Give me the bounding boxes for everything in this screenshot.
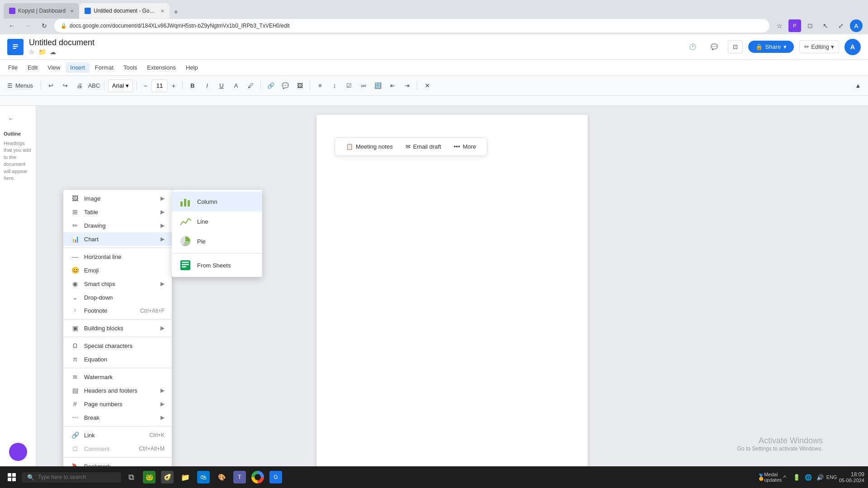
browser-tab-gdoc[interactable]: Untitled document - Google D... ✕: [79, 3, 170, 19]
comment-button[interactable]: 💬: [706, 41, 722, 53]
user-profile-button[interactable]: A: [844, 39, 861, 55]
menu-extensions[interactable]: Extensions: [142, 62, 180, 73]
menu-item-image[interactable]: 🖼 Image ▶: [63, 192, 172, 205]
menu-format[interactable]: Format: [90, 62, 118, 73]
purple-dot-button[interactable]: [9, 443, 27, 461]
forward-button[interactable]: →: [22, 19, 34, 32]
taskbar-frog-app[interactable]: 🐸: [141, 469, 157, 485]
redo-button[interactable]: ↪: [59, 80, 71, 92]
folder-icon[interactable]: 📁: [38, 48, 46, 56]
share-button[interactable]: 🔒 Share ▾: [748, 41, 794, 53]
taskbar-store[interactable]: 🛍: [195, 469, 212, 485]
chart-from-sheets[interactable]: From Sheets: [172, 255, 262, 275]
back-button[interactable]: ←: [5, 19, 18, 32]
template-meeting-notes[interactable]: 📋 Meeting notes: [340, 141, 398, 153]
link-button[interactable]: 🔗: [264, 80, 277, 92]
reload-button[interactable]: ↻: [38, 19, 51, 32]
menu-insert[interactable]: Insert: [66, 62, 90, 73]
print-button[interactable]: 🖨: [73, 80, 86, 92]
menu-edit[interactable]: Edit: [23, 62, 42, 73]
cloud-icon[interactable]: ☁: [50, 48, 56, 56]
taskbar-gdoc[interactable]: G: [268, 469, 284, 485]
menu-item-headers-footers[interactable]: ▤ Headers and footers ▶: [63, 384, 172, 397]
taskbar-figma[interactable]: 🎨: [213, 469, 230, 485]
font-size-field[interactable]: 11: [151, 80, 168, 92]
template-more[interactable]: ••• More: [448, 141, 481, 153]
chart-type-column[interactable]: Column: [172, 192, 262, 211]
menu-item-footnote[interactable]: ¹ Footnote Ctrl+Alt+F: [63, 304, 172, 317]
gdoc-tab-close[interactable]: ✕: [160, 9, 164, 14]
taskbar-search[interactable]: 🔍: [22, 472, 121, 483]
chart-type-pie[interactable]: Pie: [172, 231, 262, 251]
extension2-button[interactable]: ⊡: [804, 19, 816, 32]
sidebar-back-button[interactable]: ←: [4, 111, 18, 126]
font-size-decrease[interactable]: −: [141, 80, 151, 92]
menu-tools[interactable]: Tools: [119, 62, 142, 73]
menu-item-emoji[interactable]: 😊 Emoji: [63, 263, 172, 277]
decrease-indent-button[interactable]: ⇤: [386, 80, 399, 92]
comment-toolbar-button[interactable]: 💬: [279, 80, 292, 92]
underline-button[interactable]: U: [215, 80, 228, 92]
numbered-list-button[interactable]: 🔢: [372, 80, 384, 92]
bullet-list-button[interactable]: ≔: [357, 80, 370, 92]
chevron-up-icon[interactable]: ^: [780, 473, 789, 482]
clear-formatting-button[interactable]: ✕: [421, 80, 434, 92]
collapse-toolbar-button[interactable]: ▲: [852, 80, 864, 92]
menu-item-drawing[interactable]: ✏ Drawing ▶: [63, 219, 172, 232]
menu-item-bookmark[interactable]: 🔖 Bookmark: [63, 460, 172, 466]
bold-button[interactable]: B: [186, 80, 199, 92]
text-color-button[interactable]: A: [230, 80, 242, 92]
highlight-button[interactable]: 🖊: [244, 80, 257, 92]
browser-tab-kopyst[interactable]: Kopyst | Dashboard ✕: [4, 3, 79, 19]
checklist-button[interactable]: ☑: [343, 80, 355, 92]
taskbar-avocado-app[interactable]: 🥑: [159, 469, 175, 485]
taskbar-explorer[interactable]: 📁: [177, 469, 193, 485]
menu-item-table[interactable]: ⊞ Table ▶: [63, 205, 172, 219]
start-button[interactable]: [4, 469, 20, 485]
menu-item-link[interactable]: 🔗 Link Ctrl+K: [63, 428, 172, 442]
image-button[interactable]: 🖼: [293, 80, 306, 92]
italic-button[interactable]: I: [201, 80, 213, 92]
taskbar-chrome[interactable]: [250, 469, 266, 485]
present-button[interactable]: ⊡: [728, 40, 743, 53]
taskbar-teams[interactable]: T: [231, 469, 248, 485]
kopyst-tab-close[interactable]: ✕: [70, 9, 74, 14]
font-selector[interactable]: Arial ▾: [108, 80, 133, 92]
extension3-button[interactable]: ↖: [819, 19, 832, 32]
browser-profile[interactable]: A: [850, 19, 863, 32]
address-bar[interactable]: 🔒 docs.google.com/document/d/184XLv86JWq…: [54, 19, 769, 33]
undo-button[interactable]: ↩: [44, 80, 57, 92]
doc-title[interactable]: Untitled document: [29, 38, 94, 47]
menu-item-break[interactable]: ⋯ Break ▶: [63, 411, 172, 424]
font-size-increase[interactable]: +: [169, 80, 179, 92]
lang-indicator[interactable]: ENG: [827, 473, 836, 482]
history-button[interactable]: 🕐: [684, 41, 701, 53]
menus-button[interactable]: ☰ Menus: [4, 80, 37, 91]
menu-item-chart[interactable]: 📊 Chart ▶: [63, 232, 172, 246]
menu-item-building-blocks[interactable]: ▣ Building blocks ▶: [63, 321, 172, 335]
align-button[interactable]: ≡: [314, 80, 326, 92]
menu-item-page-numbers[interactable]: # Page numbers ▶: [63, 397, 172, 411]
menu-view[interactable]: View: [43, 62, 65, 73]
chart-type-line[interactable]: Line: [172, 211, 262, 231]
menu-file[interactable]: File: [4, 62, 22, 73]
increase-indent-button[interactable]: ⇥: [401, 80, 413, 92]
menu-item-equation[interactable]: π Equation: [63, 352, 172, 366]
extension1-button[interactable]: P: [788, 19, 801, 32]
taskbar-search-input[interactable]: [38, 474, 110, 480]
taskbar-clock[interactable]: 18:09 05-08-2024: [839, 471, 864, 483]
new-tab-button[interactable]: +: [170, 6, 182, 19]
star-button[interactable]: ☆: [773, 19, 786, 32]
spellcheck-button[interactable]: ABC: [88, 80, 100, 92]
line-spacing-button[interactable]: ↕: [328, 80, 341, 92]
template-email-draft[interactable]: ✉ Email draft: [400, 141, 447, 153]
menu-item-watermark[interactable]: ≋ Watermark: [63, 370, 172, 384]
menu-item-horizontal-line[interactable]: — Horizontal line: [63, 250, 172, 263]
menu-item-special-chars[interactable]: Ω Special characters: [63, 339, 172, 352]
menu-help[interactable]: Help: [181, 62, 203, 73]
editing-button[interactable]: ✏ Editing ▾: [799, 40, 839, 53]
task-view-button[interactable]: ⧉: [123, 469, 139, 485]
menu-item-smart-chips[interactable]: ◉ Smart chips ▶: [63, 277, 172, 291]
extension4-button[interactable]: ⤢: [835, 19, 847, 32]
menu-item-dropdown[interactable]: ⌄ Drop-down: [63, 291, 172, 304]
